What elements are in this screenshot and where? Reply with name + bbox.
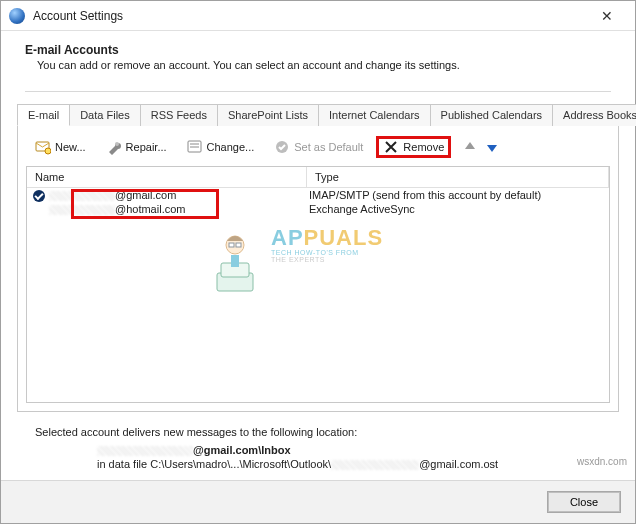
mascot-icon	[209, 233, 269, 303]
table-row[interactable]: @hotmail.com Exchange ActiveSync	[27, 202, 609, 216]
delivery-location-suffix: @gmail.com\Inbox	[193, 444, 291, 456]
dialog-footer: Close	[1, 480, 635, 523]
redacted-email	[97, 446, 193, 456]
tab-address-books[interactable]: Address Books	[552, 104, 636, 126]
column-type[interactable]: Type	[307, 167, 609, 187]
svg-rect-10	[231, 255, 239, 267]
svg-rect-9	[236, 243, 241, 247]
remove-icon	[383, 139, 399, 155]
tab-area: E-mail Data Files RSS Feeds SharePoint L…	[1, 102, 635, 480]
divider	[25, 91, 611, 92]
account-type: IMAP/SMTP (send from this account by def…	[301, 188, 609, 202]
tab-sharepoint-lists[interactable]: SharePoint Lists	[217, 104, 319, 126]
mail-new-icon	[35, 139, 51, 155]
svg-point-2	[115, 142, 119, 146]
tab-email[interactable]: E-mail	[17, 104, 70, 126]
repair-account-button[interactable]: Repair...	[99, 136, 174, 158]
account-name-suffix: @hotmail.com	[115, 203, 185, 215]
svg-rect-5	[217, 273, 253, 291]
app-icon	[9, 8, 25, 24]
remove-account-button[interactable]: Remove	[376, 136, 451, 158]
account-settings-window: Account Settings ✕ E-mail Accounts You c…	[0, 0, 636, 524]
list-rows: @gmail.com IMAP/SMTP (send from this acc…	[27, 188, 609, 216]
window-title: Account Settings	[33, 9, 123, 23]
tabstrip: E-mail Data Files RSS Feeds SharePoint L…	[17, 104, 619, 126]
header-title: E-mail Accounts	[25, 43, 611, 57]
change-label: Change...	[207, 141, 255, 153]
table-row[interactable]: @gmail.com IMAP/SMTP (send from this acc…	[27, 188, 609, 202]
source-tag: wsxdn.com	[577, 456, 627, 467]
new-label: New...	[55, 141, 86, 153]
arrow-down-icon	[486, 139, 498, 155]
titlebar: Account Settings ✕	[1, 1, 635, 31]
delivery-intro: Selected account delivers new messages t…	[17, 412, 619, 438]
column-name[interactable]: Name	[27, 167, 307, 187]
header-description: You can add or remove an account. You ca…	[25, 59, 611, 71]
close-button[interactable]: Close	[547, 491, 621, 513]
repair-label: Repair...	[126, 141, 167, 153]
redacted-name	[49, 191, 115, 201]
new-account-button[interactable]: New...	[28, 136, 93, 158]
repair-icon	[106, 139, 122, 155]
delivery-path-prefix: in data file C:\Users\madro\...\Microsof…	[97, 458, 331, 470]
delivery-path-suffix: @gmail.com.ost	[419, 458, 498, 470]
close-icon[interactable]: ✕	[587, 1, 627, 31]
tab-data-files[interactable]: Data Files	[69, 104, 141, 126]
account-list[interactable]: Name Type @gmail.com IMAP/SMTP (send fro…	[26, 166, 610, 403]
tab-rss-feeds[interactable]: RSS Feeds	[140, 104, 218, 126]
svg-rect-8	[229, 243, 234, 247]
remove-label: Remove	[403, 141, 444, 153]
tab-content-email: New... Repair... Change...	[17, 125, 619, 412]
header-section: E-mail Accounts You can add or remove an…	[1, 31, 635, 102]
arrow-up-icon	[464, 139, 476, 155]
move-up-button[interactable]	[457, 136, 473, 158]
list-header: Name Type	[27, 167, 609, 188]
change-icon	[187, 139, 203, 155]
svg-point-7	[226, 236, 244, 254]
check-circle-icon	[274, 139, 290, 155]
tab-published-calendars[interactable]: Published Calendars	[430, 104, 554, 126]
toolbar: New... Repair... Change...	[26, 134, 610, 166]
redacted-path	[331, 460, 419, 470]
account-name-suffix: @gmail.com	[115, 189, 176, 201]
set-default-label: Set as Default	[294, 141, 363, 153]
change-account-button[interactable]: Change...	[180, 136, 262, 158]
set-default-button[interactable]: Set as Default	[267, 136, 370, 158]
move-down-button[interactable]	[479, 136, 495, 158]
svg-point-1	[45, 148, 51, 154]
svg-rect-6	[221, 263, 249, 277]
tab-internet-calendars[interactable]: Internet Calendars	[318, 104, 431, 126]
default-account-icon	[27, 188, 41, 202]
account-type: Exchange ActiveSync	[301, 202, 609, 216]
watermark: APPUALS TECH HOW-TO'S FROM THE EXPERTS	[227, 225, 437, 263]
delivery-detail: @gmail.com\Inbox in data file C:\Users\m…	[17, 438, 619, 480]
redacted-name	[49, 205, 115, 215]
